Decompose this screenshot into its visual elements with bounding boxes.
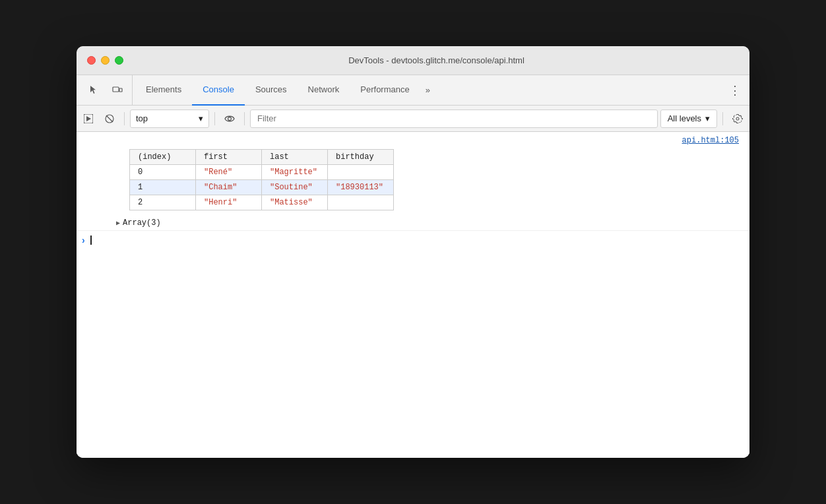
- toolbar-divider-1: [124, 112, 125, 125]
- tab-network[interactable]: Network: [298, 75, 350, 106]
- cell-first: "Henri": [196, 195, 262, 210]
- array-toggle[interactable]: ▶ Array(3): [77, 216, 749, 230]
- inspect-icon[interactable]: [84, 81, 103, 100]
- cell-index: 0: [130, 165, 196, 180]
- console-table: (index) first last birthday 0 "René" "Ma…: [129, 149, 394, 210]
- tab-performance[interactable]: Performance: [350, 75, 420, 106]
- toolbar-divider-3: [244, 112, 245, 125]
- cell-last: "Magritte": [262, 165, 328, 180]
- table-row: 0 "René" "Magritte": [130, 165, 394, 180]
- toolbar-divider-2: [214, 112, 215, 125]
- cell-first: "Chaim": [196, 180, 262, 195]
- window-title: DevTools - devtools.glitch.me/console/ap…: [134, 55, 739, 65]
- cell-last: "Soutine": [262, 180, 328, 195]
- live-expressions-button[interactable]: [220, 110, 239, 128]
- svg-rect-0: [113, 87, 119, 92]
- source-link[interactable]: api.html:105: [77, 135, 749, 146]
- col-first-header: first: [196, 150, 262, 165]
- run-snippet-button[interactable]: [79, 110, 98, 128]
- array-label: Array(3): [123, 218, 161, 228]
- tabs-bar: Elements Console Sources Network Perform…: [77, 75, 749, 106]
- maximize-button[interactable]: [115, 56, 123, 65]
- settings-button[interactable]: [728, 110, 747, 128]
- svg-marker-4: [86, 116, 91, 121]
- svg-rect-1: [119, 88, 122, 92]
- cell-birthday: [328, 195, 394, 210]
- console-table-wrapper: (index) first last birthday 0 "René" "Ma…: [77, 146, 749, 216]
- context-selector[interactable]: top ▾: [130, 110, 209, 128]
- tab-icon-group: [79, 75, 133, 105]
- tab-console[interactable]: Console: [192, 75, 245, 106]
- tab-elements[interactable]: Elements: [135, 75, 192, 106]
- devtools-panel: Elements Console Sources Network Perform…: [77, 75, 749, 458]
- devtools-menu-button[interactable]: ⋮: [726, 81, 744, 100]
- cell-index: 2: [130, 195, 196, 210]
- col-index-header: (index): [130, 150, 196, 165]
- expand-arrow-icon: ▶: [116, 219, 120, 227]
- table-row: 2 "Henri" "Matisse": [130, 195, 394, 210]
- console-input-row: ›: [77, 230, 749, 249]
- toolbar-divider-4: [722, 112, 723, 125]
- col-last-header: last: [262, 150, 328, 165]
- col-birthday-header: birthday: [328, 150, 394, 165]
- console-prompt-icon: ›: [82, 235, 85, 245]
- svg-point-7: [228, 117, 232, 120]
- console-toolbar: top ▾ All levels ▾: [77, 106, 749, 132]
- minimize-button[interactable]: [101, 56, 110, 65]
- svg-line-6: [106, 115, 113, 122]
- table-row: 1 "Chaim" "Soutine" "18930113": [130, 180, 394, 195]
- cell-birthday: [328, 165, 394, 180]
- cell-index: 1: [130, 180, 196, 195]
- cell-birthday: "18930113": [328, 180, 394, 195]
- devtools-window: DevTools - devtools.glitch.me/console/ap…: [77, 46, 749, 458]
- close-button[interactable]: [87, 56, 96, 65]
- console-cursor: [90, 236, 92, 245]
- filter-input[interactable]: [250, 110, 658, 128]
- tab-sources[interactable]: Sources: [245, 75, 298, 106]
- console-content: api.html:105 (index) first last birthday: [77, 132, 749, 458]
- cell-first: "René": [196, 165, 262, 180]
- more-tabs-button[interactable]: »: [420, 85, 435, 95]
- clear-console-button[interactable]: [100, 110, 119, 128]
- traffic-lights: [87, 56, 123, 65]
- device-icon[interactable]: [108, 81, 127, 100]
- titlebar: DevTools - devtools.glitch.me/console/ap…: [77, 46, 749, 75]
- cell-last: "Matisse": [262, 195, 328, 210]
- log-levels-button[interactable]: All levels ▾: [660, 110, 717, 128]
